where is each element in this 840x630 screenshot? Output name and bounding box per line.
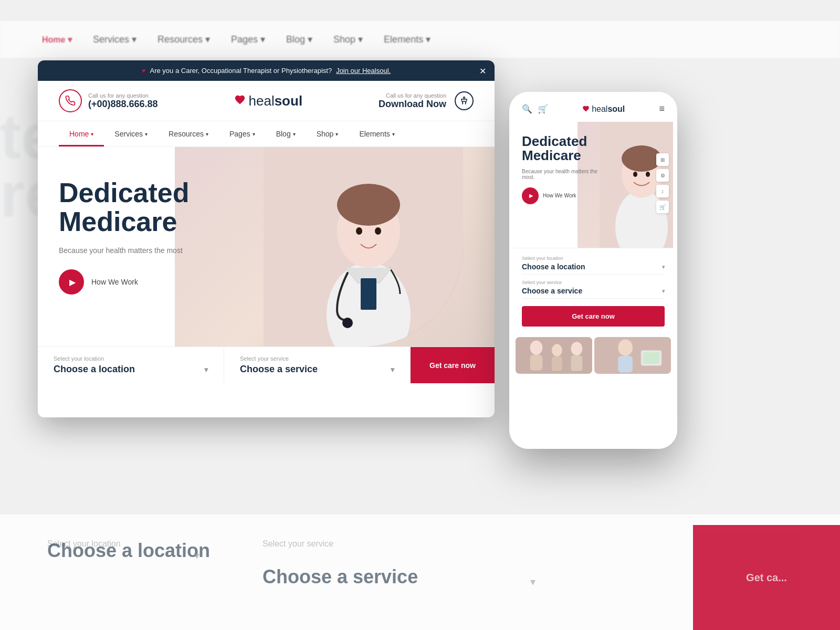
mobile-search-icon[interactable]: 🔍 — [522, 104, 532, 114]
bg-nav-item: Pages ▾ — [231, 34, 265, 45]
site-logo[interactable]: healsoul — [234, 93, 303, 109]
mobile-menu-button[interactable]: ≡ — [659, 103, 665, 114]
service-label: Select your service — [240, 355, 394, 362]
service-placeholder: Choose a service — [240, 364, 318, 375]
location-placeholder: Choose a location — [54, 364, 135, 375]
bg-nav-item: Resources ▾ — [158, 34, 210, 45]
play-label: How We Work — [91, 278, 138, 286]
mobile-tool-4[interactable]: 🛒 — [656, 201, 669, 213]
mobile-hero-content: Dedicated Medicare Because your health m… — [522, 134, 611, 204]
mobile-side-icons: ⊞ ⚙ ↕ 🛒 — [656, 153, 669, 213]
announcement-link[interactable]: Join our Healsoul. — [336, 67, 391, 75]
mobile-location-select[interactable]: Choose a location ▾ — [522, 262, 665, 275]
svg-rect-17 — [530, 355, 543, 371]
logo-text: healsoul — [249, 93, 303, 109]
mobile-image-1 — [516, 337, 592, 374]
svg-point-5 — [356, 227, 362, 235]
svg-point-20 — [571, 342, 583, 355]
announcement-close-button[interactable]: ✕ — [479, 66, 486, 76]
mobile-get-care-button[interactable]: Get care now — [522, 306, 665, 327]
accessibility-icon[interactable] — [455, 91, 474, 110]
get-care-button[interactable]: Get care now — [411, 347, 495, 383]
bg-nav-item: Services ▾ — [93, 34, 136, 45]
bg-nav-item: Elements ▾ — [384, 34, 430, 45]
svg-point-4 — [337, 184, 400, 226]
svg-point-0 — [464, 97, 465, 99]
mobile-play-group: ▶ How We Work — [522, 187, 611, 204]
bg-choose-location: Choose a location — [47, 540, 210, 562]
svg-rect-21 — [571, 355, 583, 371]
mobile-service-label: Select your service — [522, 280, 665, 285]
phone-number: (+00)888.666.88 — [88, 99, 158, 110]
mobile-tool-1[interactable]: ⊞ — [656, 153, 669, 166]
header-right: Call us for any question Download Now — [379, 91, 474, 110]
location-label: Select your location — [54, 355, 208, 362]
nav-item-elements[interactable]: Elements ▾ — [349, 121, 405, 146]
mobile-location-placeholder: Choose a location — [522, 262, 585, 271]
announcement-bar: ♥ Are you a Carer, Occupational Therapis… — [38, 60, 495, 81]
phone-label: Call us for any question — [88, 92, 158, 99]
hero-title-line2: Medicare — [59, 206, 177, 237]
nav-arrow-home: ▾ — [91, 131, 93, 137]
mobile-play-button[interactable]: ▶ — [522, 187, 539, 204]
svg-rect-8 — [361, 278, 376, 310]
bg-loc-arrow: ▾ — [194, 549, 200, 562]
hero-title-line1: Dedicated — [59, 177, 190, 208]
bg-nav-item: Blog ▾ — [286, 34, 312, 45]
nav-arrow-elements: ▾ — [392, 131, 395, 137]
heart-icon: ♥ — [142, 67, 146, 75]
nav-item-pages[interactable]: Pages ▾ — [219, 121, 266, 146]
bg-nav: Home ▾ Services ▾ Resources ▾ Pages ▾ Bl… — [0, 21, 840, 58]
mobile-hero-title: Dedicated Medicare — [522, 134, 611, 163]
phone-icon — [59, 89, 82, 112]
mobile-logo-heart-icon — [582, 105, 590, 113]
location-arrow-icon: ▾ — [204, 365, 208, 374]
location-section[interactable]: Select your location Choose a location ▾ — [38, 347, 224, 383]
nav-arrow-resources: ▾ — [206, 131, 208, 137]
mobile-logo-text: healsoul — [592, 104, 625, 114]
nav-arrow-pages: ▾ — [253, 131, 255, 137]
location-select[interactable]: Choose a location ▾ — [54, 364, 208, 375]
bg-nav-item: Home ▾ — [42, 35, 72, 45]
mobile-hero-subtitle: Because your health matters the most. — [522, 169, 611, 180]
service-select[interactable]: Choose a service ▾ — [240, 364, 394, 375]
nav-item-shop[interactable]: Shop ▾ — [306, 121, 349, 146]
nav-item-services[interactable]: Services ▾ — [104, 121, 158, 146]
browser-window: ♥ Are you a Carer, Occupational Therapis… — [38, 60, 495, 417]
mobile-location-field: Select your location Choose a location ▾ — [522, 256, 665, 275]
mobile-location-arrow-icon: ▾ — [662, 264, 665, 270]
announcement-text: Are you a Carer, Occupational Therapist … — [150, 67, 332, 75]
hero-title: Dedicated Medicare — [59, 178, 190, 236]
mobile-play-label: How We Work — [543, 193, 576, 198]
mobile-location-label: Select your location — [522, 256, 665, 261]
svg-point-23 — [618, 339, 633, 356]
nav-item-home[interactable]: Home ▾ — [59, 121, 104, 146]
nav-item-blog[interactable]: Blog ▾ — [266, 121, 306, 146]
mobile-nav-icons: 🔍 🛒 — [522, 104, 548, 114]
mobile-tool-3[interactable]: ↕ — [656, 185, 669, 197]
download-btn-text[interactable]: Download Now — [379, 99, 446, 110]
svg-rect-26 — [643, 352, 660, 364]
header-phone-info: Call us for any question (+00)888.666.88 — [88, 92, 158, 110]
bg-select-service-label: Select your service — [262, 539, 333, 549]
doctor-image — [264, 147, 463, 346]
mobile-tool-2[interactable]: ⚙ — [656, 169, 669, 182]
mobile-cart-icon[interactable]: 🛒 — [538, 104, 548, 114]
mobile-hero: ⊞ ⚙ ↕ 🛒 Dedicated Medicare Because your … — [513, 122, 673, 248]
svg-rect-19 — [552, 356, 562, 371]
mobile-service-select[interactable]: Choose a service ▾ — [522, 287, 665, 299]
mobile-navigation: 🔍 🛒 healsoul ≡ — [513, 96, 673, 122]
site-header: Call us for any question (+00)888.666.88… — [38, 81, 495, 121]
play-button[interactable]: ▶ — [59, 269, 84, 295]
mobile-service-field: Select your service Choose a service ▾ — [522, 280, 665, 299]
svg-point-18 — [552, 344, 562, 356]
nav-item-resources[interactable]: Resources ▾ — [158, 121, 219, 146]
mobile-service-placeholder: Choose a service — [522, 287, 582, 295]
bg-nav-item: Shop ▾ — [333, 34, 363, 45]
service-section[interactable]: Select your service Choose a service ▾ — [224, 347, 411, 383]
bg-choose-service: Choose a service — [262, 566, 418, 588]
download-info: Call us for any question Download Now — [379, 92, 446, 110]
mobile-images-grid — [513, 335, 673, 376]
mobile-logo[interactable]: healsoul — [582, 104, 625, 114]
svg-point-16 — [530, 340, 543, 355]
